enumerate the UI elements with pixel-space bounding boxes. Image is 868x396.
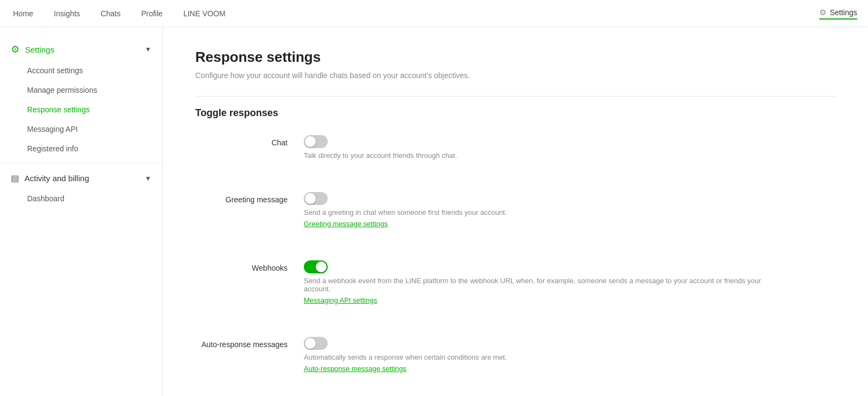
toggle-description-0: Talk directly to your account friends th… bbox=[304, 151, 457, 159]
toggle-row: ChatTalk directly to your account friend… bbox=[195, 135, 835, 176]
toggle-link-1[interactable]: Greeting message settings bbox=[304, 220, 507, 228]
toggle-label-1: Greeting message bbox=[195, 192, 304, 204]
settings-section-title: Settings bbox=[25, 45, 54, 54]
toggle-thumb-3 bbox=[305, 338, 316, 349]
toggle-row: WebhooksSend a webhook event from the LI… bbox=[195, 260, 835, 321]
toggle-thumb-1 bbox=[305, 193, 316, 204]
billing-section-header-left: ▤ Activity and billing bbox=[11, 173, 89, 183]
nav-line-voom[interactable]: LINE VOOM bbox=[181, 9, 228, 18]
toggle-content-1: Send a greeting in chat when someone fir… bbox=[304, 192, 507, 228]
toggle-link-2[interactable]: Messaging API settings bbox=[304, 296, 765, 304]
toggle-track-1 bbox=[304, 192, 328, 205]
toggle-rows-container: ChatTalk directly to your account friend… bbox=[195, 135, 835, 389]
nav-insights[interactable]: Insights bbox=[52, 9, 82, 18]
toggle-content-3: Automatically sends a response when cert… bbox=[304, 337, 507, 373]
settings-icon: ⚙ bbox=[11, 43, 20, 55]
toggle-label-3: Auto-response messages bbox=[195, 337, 304, 349]
toggle-label-0: Chat bbox=[195, 135, 304, 147]
sidebar-item-messaging-api[interactable]: Messaging API bbox=[0, 119, 162, 139]
toggle-row: Greeting messageSend a greeting in chat … bbox=[195, 192, 835, 244]
nav-profile[interactable]: Profile bbox=[139, 9, 165, 18]
toggle-thumb-2 bbox=[316, 261, 327, 272]
header-divider bbox=[195, 96, 835, 97]
settings-section-header-left: ⚙ Settings bbox=[11, 43, 54, 55]
sidebar-divider bbox=[0, 163, 162, 163]
page-title: Response settings bbox=[195, 49, 835, 66]
toggle-switch-2[interactable] bbox=[304, 260, 328, 273]
toggle-thumb-0 bbox=[305, 136, 316, 147]
app-layout: ⚙ Settings ▼ Account settings Manage per… bbox=[0, 27, 868, 396]
nav-chats[interactable]: Chats bbox=[99, 9, 123, 18]
toggle-label-2: Webhooks bbox=[195, 260, 304, 272]
nav-links: Home Insights Chats Profile LINE VOOM bbox=[11, 9, 819, 18]
toggle-description-2: Send a webhook event from the LINE platf… bbox=[304, 277, 765, 293]
sidebar-item-account-settings[interactable]: Account settings bbox=[0, 61, 162, 80]
sidebar-item-manage-permissions[interactable]: Manage permissions bbox=[0, 80, 162, 100]
section-title: Toggle responses bbox=[195, 107, 835, 119]
settings-label: Settings bbox=[829, 8, 857, 17]
toggle-description-1: Send a greeting in chat when someone fir… bbox=[304, 208, 507, 216]
sidebar: ⚙ Settings ▼ Account settings Manage per… bbox=[0, 27, 163, 396]
top-navigation: Home Insights Chats Profile LINE VOOM ⚙ … bbox=[0, 0, 868, 27]
sidebar-item-registered-info[interactable]: Registered info bbox=[0, 139, 162, 158]
toggle-switch-0[interactable] bbox=[304, 135, 328, 148]
toggle-content-2: Send a webhook event from the LINE platf… bbox=[304, 260, 765, 304]
settings-chevron-icon: ▼ bbox=[145, 46, 151, 53]
settings-gear-icon: ⚙ bbox=[819, 8, 826, 17]
billing-chevron-icon: ▼ bbox=[145, 175, 151, 182]
toggle-row: Auto-response messagesAutomatically send… bbox=[195, 337, 835, 389]
toggle-switch-1[interactable] bbox=[304, 192, 328, 205]
toggle-description-3: Automatically sends a response when cert… bbox=[304, 353, 507, 361]
toggle-switch-3[interactable] bbox=[304, 337, 328, 350]
toggle-content-0: Talk directly to your account friends th… bbox=[304, 135, 457, 159]
main-content: Response settings Configure how your acc… bbox=[163, 27, 868, 396]
nav-settings[interactable]: ⚙ Settings bbox=[819, 8, 857, 20]
toggle-link-3[interactable]: Auto-response message settings bbox=[304, 365, 507, 373]
page-subtitle: Configure how your account will handle c… bbox=[195, 71, 835, 80]
billing-section-title: Activity and billing bbox=[24, 174, 89, 183]
toggle-track-3 bbox=[304, 337, 328, 350]
toggle-track-0 bbox=[304, 135, 328, 148]
settings-section-header[interactable]: ⚙ Settings ▼ bbox=[0, 38, 162, 61]
nav-home[interactable]: Home bbox=[11, 9, 35, 18]
billing-icon: ▤ bbox=[11, 173, 19, 183]
billing-section-header[interactable]: ▤ Activity and billing ▼ bbox=[0, 168, 162, 189]
sidebar-item-response-settings[interactable]: Response settings bbox=[0, 100, 162, 119]
sidebar-item-dashboard[interactable]: Dashboard bbox=[0, 189, 162, 208]
toggle-track-2 bbox=[304, 260, 328, 273]
